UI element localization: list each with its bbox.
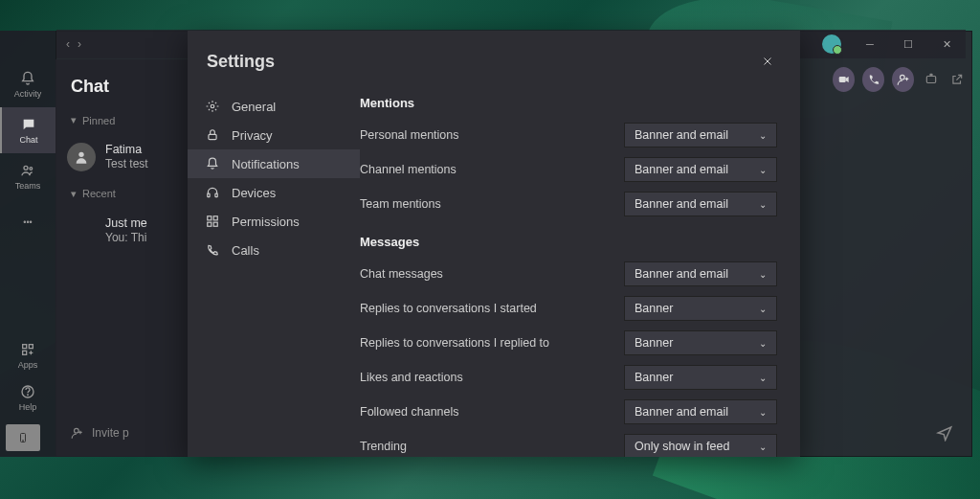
bell-icon <box>205 156 220 171</box>
setting-dropdown[interactable]: Banner⌄ <box>624 365 777 390</box>
popout-icon <box>950 73 964 86</box>
chat-entry-preview: You: Thi <box>105 231 147 246</box>
settings-nav: General Privacy Notifications Devices Pe… <box>188 84 360 457</box>
user-avatar[interactable] <box>822 34 841 54</box>
rail-more[interactable]: ••• <box>0 199 56 245</box>
svg-rect-21 <box>213 222 217 226</box>
bell-icon <box>19 70 36 87</box>
headset-icon <box>205 185 220 200</box>
video-call-button[interactable] <box>833 67 855 92</box>
video-icon <box>837 73 851 86</box>
settings-nav-general[interactable]: General <box>188 92 360 121</box>
settings-nav-permissions[interactable]: Permissions <box>188 207 360 236</box>
setting-dropdown[interactable]: Banner and email⌄ <box>624 157 777 182</box>
rail-teams-label: Teams <box>15 181 41 191</box>
setting-row: Personal mentions Banner and email⌄ <box>360 118 777 152</box>
setting-dropdown[interactable]: Only show in feed⌄ <box>624 434 777 457</box>
chat-icon <box>20 116 37 133</box>
svg-point-0 <box>24 166 28 170</box>
settings-nav-calls[interactable]: Calls <box>188 236 360 264</box>
setting-label: Team mentions <box>360 197 624 211</box>
setting-row: Team mentions Banner and email⌄ <box>360 187 777 221</box>
chat-entry-name: Fatima <box>105 142 148 157</box>
settings-modal: Settings General Privacy Notifications D… <box>188 31 800 457</box>
svg-rect-4 <box>23 351 27 354</box>
share-icon <box>924 73 938 86</box>
settings-nav-devices[interactable]: Devices <box>188 178 360 207</box>
settings-nav-privacy[interactable]: Privacy <box>188 121 360 149</box>
settings-title: Settings <box>207 52 754 72</box>
setting-label: Replies to conversations I started <box>360 302 624 315</box>
setting-row: Replies to conversations I started Banne… <box>360 291 777 326</box>
send-icon <box>936 424 953 442</box>
chevron-down-icon: ⌄ <box>759 199 767 210</box>
setting-dropdown[interactable]: Banner⌄ <box>624 296 777 321</box>
setting-dropdown[interactable]: Banner⌄ <box>624 330 777 355</box>
avatar <box>67 143 96 171</box>
setting-label: Chat messages <box>360 267 624 281</box>
svg-rect-13 <box>926 77 935 83</box>
permissions-icon <box>205 214 220 229</box>
window-maximize[interactable]: ☐ <box>889 31 927 57</box>
section-header: Mentions <box>360 88 777 118</box>
rail-phone-button[interactable] <box>6 424 40 451</box>
rail-help[interactable]: Help <box>0 376 56 419</box>
svg-rect-16 <box>208 193 210 197</box>
avatar <box>67 216 96 245</box>
chat-entry-preview: Test test <box>105 157 148 172</box>
svg-rect-19 <box>213 216 217 220</box>
more-icon: ••• <box>19 214 36 231</box>
phone-icon <box>205 242 220 258</box>
setting-row: Replies to conversations I replied to Ba… <box>360 326 777 360</box>
svg-point-1 <box>30 168 33 170</box>
send-button[interactable] <box>936 424 953 442</box>
svg-rect-17 <box>215 193 217 197</box>
chevron-down-icon: ⌄ <box>759 304 767 314</box>
setting-row: Likes and reactions Banner⌄ <box>360 360 777 395</box>
section-mentions: Mentions Personal mentions Banner and em… <box>360 88 777 221</box>
chevron-down-icon: ⌄ <box>759 269 767 280</box>
setting-label: Replies to conversations I replied to <box>360 336 624 350</box>
setting-row: Trending Only show in feed⌄ <box>360 429 777 457</box>
nav-back[interactable]: ‹ <box>66 37 70 51</box>
close-icon <box>762 56 773 67</box>
svg-point-8 <box>23 441 24 442</box>
lock-icon <box>205 127 220 143</box>
window-minimize[interactable]: ─ <box>851 31 889 57</box>
setting-dropdown[interactable]: Banner and email⌄ <box>624 261 777 286</box>
setting-label: Personal mentions <box>360 128 624 142</box>
setting-dropdown[interactable]: Banner and email⌄ <box>624 399 777 424</box>
svg-rect-15 <box>209 134 216 139</box>
nav-forward[interactable]: › <box>78 37 81 51</box>
audio-call-button[interactable] <box>862 67 884 92</box>
help-icon <box>19 383 36 400</box>
setting-label: Channel mentions <box>360 163 624 176</box>
svg-point-12 <box>900 75 904 79</box>
rail-help-label: Help <box>19 402 37 412</box>
share-button[interactable] <box>922 69 940 90</box>
rail-activity-label: Activity <box>14 89 42 99</box>
setting-dropdown[interactable]: Banner and email⌄ <box>624 123 777 147</box>
chevron-down-icon: ▾ <box>71 188 77 200</box>
add-people-button[interactable] <box>892 67 914 92</box>
rail-teams[interactable]: Teams <box>0 153 56 199</box>
section-messages: Messages Chat messages Banner and email⌄… <box>360 227 777 457</box>
setting-dropdown[interactable]: Banner and email⌄ <box>624 192 777 216</box>
phone-icon <box>17 429 29 446</box>
window-close[interactable]: ✕ <box>927 31 966 57</box>
chevron-down-icon: ⌄ <box>759 165 767 175</box>
rail-chat[interactable]: Chat <box>0 107 56 153</box>
chevron-down-icon: ▾ <box>71 114 77 126</box>
popout-button[interactable] <box>948 69 967 90</box>
svg-rect-20 <box>208 222 212 226</box>
invite-icon <box>71 426 84 440</box>
rail-apps[interactable]: Apps <box>0 334 56 376</box>
chevron-down-icon: ⌄ <box>759 338 767 349</box>
chat-entry-name: Just me <box>105 215 147 231</box>
rail-activity[interactable]: Activity <box>0 61 56 107</box>
close-button[interactable] <box>754 48 781 75</box>
settings-nav-notifications[interactable]: Notifications <box>188 149 360 178</box>
svg-rect-2 <box>23 345 27 349</box>
gear-icon <box>205 99 220 114</box>
apps-icon <box>19 341 36 358</box>
